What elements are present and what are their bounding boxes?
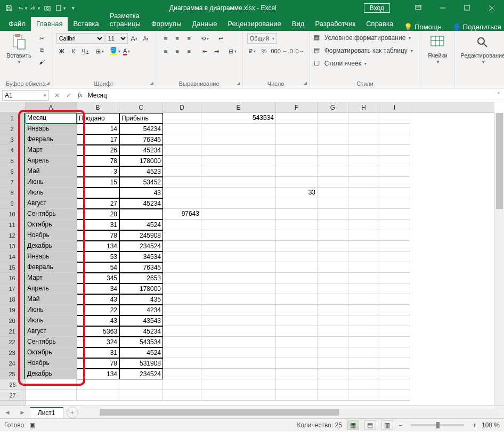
cell[interactable]	[77, 379, 119, 390]
cell[interactable]	[201, 379, 276, 390]
tab-formulas[interactable]: Формулы	[146, 17, 187, 31]
cell[interactable]	[379, 124, 410, 134]
fx-icon[interactable]: fx	[75, 91, 86, 99]
col-header-E[interactable]: E	[201, 102, 276, 112]
view-normal-icon[interactable]: ▦	[347, 420, 359, 430]
cell[interactable]	[163, 252, 201, 262]
col-header-I[interactable]: I	[379, 102, 410, 112]
cell[interactable]	[201, 252, 276, 262]
cell[interactable]	[348, 188, 379, 198]
cell[interactable]: 53452	[119, 177, 163, 188]
cell[interactable]	[276, 283, 318, 294]
cell[interactable]	[348, 198, 379, 209]
cell[interactable]	[348, 305, 379, 315]
cell[interactable]	[163, 347, 201, 358]
cell[interactable]	[163, 145, 201, 156]
cell[interactable]: 43	[77, 315, 119, 326]
row-header[interactable]: 13	[0, 241, 25, 252]
tab-layout[interactable]: Разметка страницы	[104, 9, 146, 31]
cell[interactable]: 15	[77, 177, 119, 188]
cell[interactable]	[318, 379, 348, 390]
cell[interactable]: 324	[77, 337, 119, 347]
cell[interactable]	[318, 166, 348, 177]
cell[interactable]: 234524	[119, 369, 163, 379]
cell[interactable]: Апрель	[26, 283, 77, 294]
col-header-A[interactable]: A	[26, 102, 77, 112]
row-header[interactable]: 26	[0, 379, 25, 390]
cells-button[interactable]: Ячейки▾	[426, 33, 450, 66]
cell[interactable]	[276, 315, 318, 326]
cell[interactable]	[77, 390, 119, 401]
cell[interactable]	[379, 305, 410, 315]
cell[interactable]	[348, 145, 379, 156]
cell[interactable]: Декабрь	[26, 241, 77, 252]
cell[interactable]	[163, 315, 201, 326]
cell[interactable]	[379, 315, 410, 326]
cell[interactable]	[348, 273, 379, 283]
cell[interactable]	[201, 347, 276, 358]
cell[interactable]	[276, 273, 318, 283]
cell[interactable]	[201, 358, 276, 369]
cell[interactable]	[379, 347, 410, 358]
merge-icon[interactable]: ⊟▾	[227, 46, 238, 56]
col-header-F[interactable]: F	[276, 102, 318, 112]
row-header[interactable]: 16	[0, 273, 25, 283]
cell[interactable]	[201, 262, 276, 273]
share-button[interactable]: 👤Поделиться	[447, 23, 504, 31]
align-top-icon[interactable]: ≡	[160, 33, 171, 44]
cell[interactable]	[348, 369, 379, 379]
sign-in-button[interactable]: Вход	[364, 3, 390, 13]
cell[interactable]	[348, 283, 379, 294]
tab-data[interactable]: Данные	[187, 17, 223, 31]
cell[interactable]	[318, 358, 348, 369]
ribbon-options-icon[interactable]	[406, 0, 430, 16]
cell[interactable]	[276, 390, 318, 401]
cell[interactable]: 78	[77, 230, 119, 241]
cell[interactable]: 78	[77, 156, 119, 166]
cell[interactable]	[348, 379, 379, 390]
cell[interactable]: 4524	[119, 347, 163, 358]
worksheet-grid[interactable]: ABCDEFGHI 123456789101112131415161718192…	[0, 102, 504, 406]
editing-button[interactable]: Редактирование▾	[459, 33, 504, 66]
cell[interactable]: Июль	[26, 315, 77, 326]
cell[interactable]	[163, 241, 201, 252]
cell[interactable]	[379, 156, 410, 166]
cell[interactable]	[163, 326, 201, 337]
cell[interactable]	[201, 326, 276, 337]
cell[interactable]	[318, 294, 348, 305]
cell[interactable]: 43543	[119, 315, 163, 326]
cell[interactable]: Декабрь	[26, 369, 77, 379]
name-box[interactable]: A1▾	[2, 90, 49, 101]
cell[interactable]: Продано	[77, 113, 119, 124]
cell[interactable]: 34534	[119, 252, 163, 262]
bold-button[interactable]: Ж	[56, 46, 67, 56]
cell[interactable]	[348, 209, 379, 220]
cell[interactable]: 45234	[119, 326, 163, 337]
cell[interactable]	[348, 326, 379, 337]
undo-icon[interactable]: ▾	[16, 2, 28, 14]
cell[interactable]	[379, 188, 410, 198]
col-header-G[interactable]: G	[318, 102, 348, 112]
formula-input[interactable]	[86, 90, 493, 101]
cell[interactable]	[163, 156, 201, 166]
cell[interactable]: Прибыль	[119, 113, 163, 124]
cell[interactable]: Август	[26, 326, 77, 337]
row-header[interactable]: 3	[0, 134, 25, 145]
cell[interactable]	[318, 209, 348, 220]
cell[interactable]: 43	[119, 188, 163, 198]
cell[interactable]	[276, 145, 318, 156]
cell[interactable]	[379, 369, 410, 379]
cell[interactable]: 4523	[119, 166, 163, 177]
cell[interactable]	[318, 273, 348, 283]
cell[interactable]: 31	[77, 347, 119, 358]
minimize-icon[interactable]	[430, 0, 455, 16]
cell[interactable]	[201, 124, 276, 134]
cell[interactable]	[379, 177, 410, 188]
cell[interactable]	[348, 230, 379, 241]
cell[interactable]	[318, 134, 348, 145]
row-header[interactable]: 17	[0, 283, 25, 294]
cell[interactable]: 178000	[119, 156, 163, 166]
comma-icon[interactable]: 000	[271, 46, 281, 56]
cell[interactable]	[201, 198, 276, 209]
row-header[interactable]: 27	[0, 390, 25, 401]
